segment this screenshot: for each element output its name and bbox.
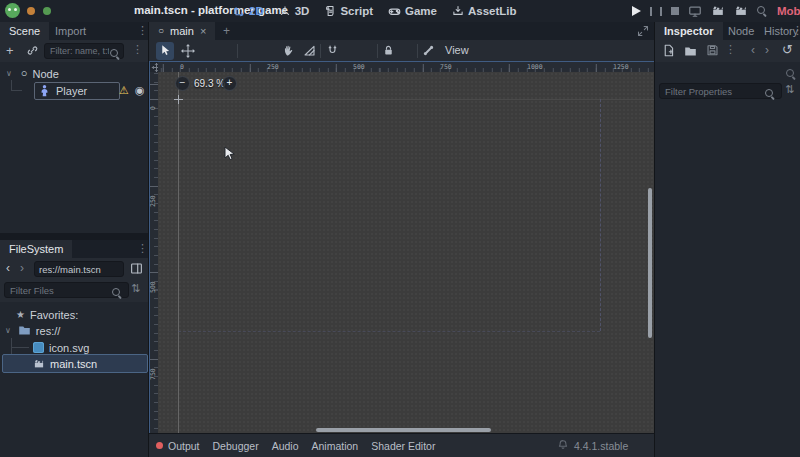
toolbar-separator (377, 44, 378, 58)
dock-menu-icon[interactable]: ⋮ (137, 25, 148, 36)
workspace-tab-2d[interactable]: 2D (233, 5, 264, 17)
play-scene-button[interactable] (711, 4, 725, 18)
ruler-horizontal: 0 250 500 750 1000 1250 (158, 62, 654, 72)
play-custom-scene-button[interactable] (734, 4, 748, 18)
tree-connector (11, 90, 22, 91)
workspace-tab-3d[interactable]: 3D (279, 5, 310, 17)
save-resource-icon[interactable] (706, 44, 719, 57)
inspector-filter-input[interactable] (659, 83, 782, 99)
canvas-vscrollbar[interactable] (648, 188, 652, 338)
remote-debug-icon[interactable] (688, 4, 702, 18)
window-minimize-button[interactable] (27, 7, 35, 15)
load-resource-icon[interactable] (684, 45, 697, 58)
lock-icon[interactable] (382, 44, 395, 57)
titlebar: main.tscn - platformer game 2D 3D Script… (0, 0, 800, 23)
x-axis-line (158, 99, 654, 100)
new-scene-tab-button[interactable]: + (223, 25, 230, 37)
notification-bell-icon[interactable] (557, 439, 569, 451)
dock-splitter[interactable] (0, 233, 148, 240)
collapse-icon[interactable]: ∨ (5, 327, 11, 335)
pan-tool[interactable] (283, 44, 296, 57)
viewport-rect-bottom-edge (178, 331, 600, 332)
add-node-button[interactable]: + (6, 44, 14, 57)
tree-row-res[interactable]: ∨ res:// (5, 323, 60, 338)
history-back-icon[interactable]: ‹ (751, 44, 755, 56)
zoom-out-button[interactable]: − (175, 76, 190, 91)
current-path-field[interactable]: res://main.tscn (34, 261, 124, 277)
y-axis-line (178, 72, 179, 433)
zoom-in-button[interactable]: + (222, 76, 237, 91)
scene-tab-main[interactable]: ○ main × (149, 22, 215, 40)
edit-history-icon[interactable]: ↺ (782, 43, 793, 56)
folder-icon (18, 324, 31, 337)
scene-extra-menu-icon[interactable]: ⋮ (132, 44, 143, 55)
close-icon[interactable]: × (200, 26, 206, 37)
tab-scene[interactable]: Scene (0, 22, 49, 40)
bottom-tab-output[interactable]: Output (156, 440, 200, 452)
toolbar-separator (237, 44, 238, 58)
zoom-level[interactable]: 69.3 % (194, 78, 225, 89)
pause-button[interactable] (650, 7, 662, 16)
toolbar-separator (417, 44, 418, 58)
visibility-eye-icon[interactable]: ◉ (135, 85, 145, 96)
dock-menu-icon[interactable]: ⋮ (137, 243, 148, 254)
warning-icon[interactable]: ⚠ (119, 85, 129, 96)
file-sort-icon[interactable]: ⇅ (131, 283, 140, 294)
smart-snap-icon[interactable] (326, 44, 339, 57)
split-view-icon[interactable] (130, 262, 143, 275)
bottom-tab-audio[interactable]: Audio (272, 440, 299, 452)
select-tool[interactable] (159, 44, 172, 57)
node-icon: ○ (21, 68, 28, 79)
version-label[interactable]: 4.4.1.stable (574, 440, 628, 452)
expand-viewport-icon[interactable] (637, 25, 649, 37)
tree-row-icon-svg[interactable]: icon.svg (33, 340, 89, 355)
workspace-tab-script[interactable]: Script (324, 5, 373, 17)
tab-filesystem[interactable]: FileSystem (0, 240, 72, 258)
dock-menu-icon[interactable]: ⋮ (792, 25, 800, 36)
scene-tree: ∨ ○ Node Player ⚠ ◉ (0, 62, 148, 233)
collapse-icon[interactable]: ∨ (6, 70, 12, 78)
resource-extra-menu-icon[interactable]: ⋮ (725, 44, 736, 55)
open-documentation-icon[interactable] (786, 69, 797, 80)
stop-button[interactable] (671, 7, 679, 15)
history-forward-icon[interactable]: › (765, 44, 769, 56)
node-icon: ○ (158, 26, 164, 36)
ruler-vertical: 0 250 500 750 (149, 72, 158, 433)
bone-icon[interactable] (422, 44, 435, 57)
movie-maker-icon[interactable] (757, 6, 768, 17)
ruler-tool[interactable] (303, 44, 316, 57)
inspector-toolbar: ⋮ ‹ › ↺ (655, 40, 800, 63)
godot-editor-window: main.tscn - platformer game 2D 3D Script… (0, 0, 800, 457)
tab-inspector[interactable]: Inspector (655, 22, 723, 40)
play-button[interactable] (632, 6, 641, 16)
renderer-dropdown[interactable]: Mobile ∨ (777, 5, 800, 17)
workspace-tab-assetlib[interactable]: AssetLib (452, 5, 517, 17)
move-tool[interactable] (181, 44, 195, 58)
tree-row-main-tscn[interactable]: main.tscn (33, 356, 97, 371)
tree-row-node[interactable]: ∨ ○ Node (6, 66, 59, 81)
canvas-hscrollbar[interactable] (316, 428, 491, 432)
search-icon (110, 49, 121, 60)
scene-tabbar: ○ main × + (149, 22, 654, 41)
nav-back-icon[interactable]: ‹ (6, 262, 10, 274)
bottom-tab-debugger[interactable]: Debugger (213, 440, 259, 452)
workspace-tab-game[interactable]: Game (388, 5, 437, 18)
tree-row-player[interactable]: Player (38, 83, 87, 98)
canvas-2d[interactable]: − 69.3 % + (158, 72, 654, 433)
inspector-object-row (655, 62, 800, 80)
tree-row-favorites[interactable]: ★ Favorites: (16, 307, 78, 322)
new-resource-icon[interactable] (662, 44, 675, 57)
nav-forward-icon[interactable]: › (20, 262, 24, 274)
property-sort-icon[interactable]: ⇅ (785, 84, 794, 95)
bottom-tab-shader-editor[interactable]: Shader Editor (371, 440, 435, 452)
view-menu[interactable]: View (445, 44, 469, 56)
instance-scene-button[interactable] (26, 44, 39, 57)
search-icon (765, 89, 776, 100)
tab-import[interactable]: Import (46, 22, 95, 40)
scene-dock-toolbar: + ⋮ (0, 40, 148, 63)
bottom-tab-animation[interactable]: Animation (312, 440, 359, 452)
filesystem-filter-input[interactable] (4, 282, 129, 298)
mouse-cursor (224, 146, 237, 161)
workspace-switcher: 2D 3D Script Game AssetLib (233, 0, 517, 22)
window-zoom-button[interactable] (43, 7, 51, 15)
